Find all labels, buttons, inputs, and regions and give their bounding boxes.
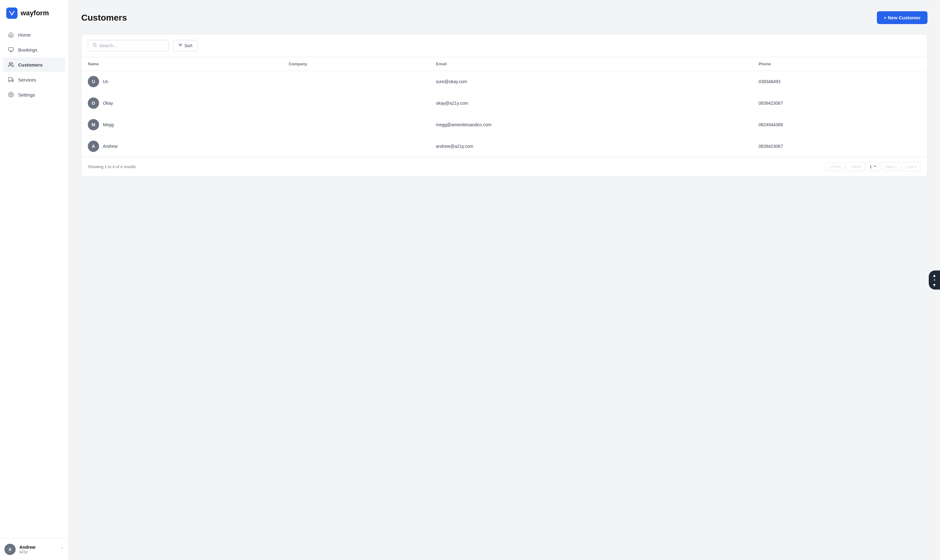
sidebar-item-home[interactable]: Home (3, 28, 65, 42)
cell-name: O Okay (82, 92, 283, 114)
cell-phone: 038348493 (752, 71, 927, 92)
user-name: Andrew (19, 545, 57, 550)
row-avatar: A (88, 141, 99, 152)
col-name: Name (82, 57, 283, 71)
customers-icon (8, 61, 14, 68)
svg-point-3 (9, 63, 11, 65)
scroll-down-icon[interactable]: ▼ (932, 283, 937, 287)
table-row[interactable]: A Andrew andrew@a21y.com 0839423067 (82, 135, 927, 157)
sidebar-item-bookings[interactable]: Bookings (3, 43, 65, 57)
table-row[interactable]: O Okay okay@a21y.com 0839423067 (82, 92, 927, 114)
search-box[interactable] (88, 40, 169, 51)
sidebar-item-label-customers: Customers (18, 62, 43, 68)
row-name: Megg (103, 122, 114, 127)
nav: Home Bookings Customers (0, 28, 68, 538)
cell-name: A Andrew (82, 135, 283, 157)
cell-phone: 0824944388 (752, 114, 927, 135)
first-page-button[interactable]: « First (825, 162, 845, 171)
svg-point-7 (12, 81, 13, 82)
row-avatar: M (88, 119, 99, 130)
sidebar-item-label-settings: Settings (18, 92, 35, 97)
user-info: Andrew a21y (19, 545, 57, 554)
brand-name: wayform (21, 9, 49, 17)
sidebar: wayform Home Bookings (0, 0, 69, 560)
svg-point-8 (10, 94, 12, 95)
table-toolbar: Sort (82, 34, 927, 57)
cell-email: okay@a21y.com (430, 92, 752, 114)
sidebar-item-label-bookings: Bookings (18, 47, 37, 52)
row-name: Un (103, 79, 108, 84)
page-dropdown-icon (873, 165, 877, 169)
search-input[interactable] (99, 43, 165, 48)
cell-company (283, 92, 430, 114)
user-subtitle: a21y (19, 550, 57, 554)
logo: wayform (0, 0, 68, 28)
sidebar-footer[interactable]: A Andrew a21y ⌃ (0, 538, 68, 560)
new-customer-button[interactable]: + New Customer (877, 11, 928, 24)
cell-name: U Un (82, 71, 283, 92)
col-company: Company (283, 57, 430, 71)
row-avatar: O (88, 97, 99, 109)
pagination: « First ‹ Prev 1 Next › Last » (825, 162, 921, 171)
services-icon (8, 76, 14, 83)
sort-label: Sort (185, 43, 192, 48)
scroll-dot (934, 279, 935, 281)
svg-line-10 (95, 46, 97, 47)
sidebar-item-label-home: Home (18, 32, 31, 37)
sidebar-item-customers[interactable]: Customers (3, 57, 65, 72)
sort-button[interactable]: Sort (173, 40, 198, 51)
customers-table: Name Company Email Phone U Un sure@okay.… (82, 57, 927, 157)
sidebar-item-settings[interactable]: Settings (3, 88, 65, 102)
chevron-up-icon: ⌃ (60, 547, 64, 552)
sort-icon (178, 43, 183, 48)
sidebar-item-label-services: Services (18, 77, 36, 83)
svg-point-6 (9, 81, 10, 82)
page-title: Customers (81, 13, 127, 23)
page-header: Customers + New Customer (81, 11, 928, 24)
avatar: A (5, 544, 15, 555)
cell-email: megg@amenitiesandco.com (430, 114, 752, 135)
cell-name: M Megg (82, 114, 283, 135)
table-row[interactable]: U Un sure@okay.com 038348493 (82, 71, 927, 92)
cell-company (283, 71, 430, 92)
cell-phone: 0839423067 (752, 135, 927, 157)
customers-table-card: Sort Name Company Email Phone U Un (81, 34, 928, 177)
cell-email: sure@okay.com (430, 71, 752, 92)
scrollbar-widget: ▲ ▼ (929, 271, 940, 290)
main-content: Customers + New Customer Sort (69, 0, 940, 560)
svg-rect-4 (8, 77, 12, 81)
logo-icon (6, 8, 17, 19)
last-page-button[interactable]: Last » (902, 162, 921, 171)
home-icon (8, 31, 14, 38)
svg-rect-0 (9, 48, 14, 51)
page-select[interactable]: 1 (866, 162, 880, 171)
col-phone: Phone (752, 57, 927, 71)
row-avatar: U (88, 76, 99, 87)
table-footer: Showing 1 to 4 of 4 results « First ‹ Pr… (82, 157, 927, 176)
search-icon (92, 43, 97, 48)
cell-email: andrew@a21y.com (430, 135, 752, 157)
settings-icon (8, 91, 14, 98)
bookings-icon (8, 46, 14, 53)
showing-text: Showing 1 to 4 of 4 results (88, 165, 135, 169)
scroll-up-icon[interactable]: ▲ (932, 273, 937, 277)
table-row[interactable]: M Megg megg@amenitiesandco.com 082494438… (82, 114, 927, 135)
current-page: 1 (870, 165, 872, 169)
sidebar-item-services[interactable]: Services (3, 72, 65, 87)
svg-marker-5 (12, 79, 14, 81)
cell-phone: 0839423067 (752, 92, 927, 114)
next-page-button[interactable]: Next › (882, 162, 901, 171)
row-name: Okay (103, 101, 113, 106)
prev-page-button[interactable]: ‹ Prev (846, 162, 865, 171)
col-email: Email (430, 57, 752, 71)
cell-company (283, 135, 430, 157)
cell-company (283, 114, 430, 135)
row-name: Andrew (103, 144, 117, 149)
